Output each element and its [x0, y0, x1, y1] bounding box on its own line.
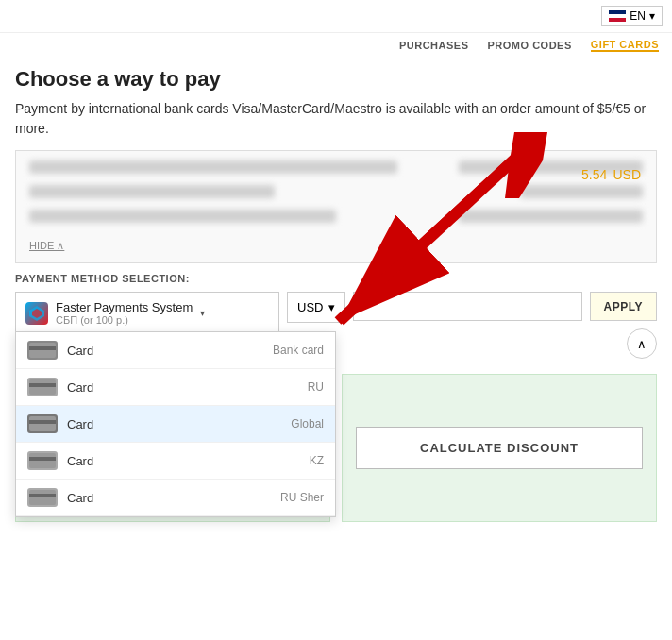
currency-label: USD: [613, 167, 641, 182]
fps-sub: СБП (or 100 р.): [56, 314, 193, 326]
currency-value: USD: [297, 300, 323, 314]
price-badge: 5.54 USD: [581, 160, 641, 185]
currency-dropdown-arrow: ▾: [328, 300, 335, 314]
price-value: 5.54: [581, 167, 607, 182]
collapse-button[interactable]: ∧: [627, 328, 657, 359]
blurred-field: [29, 160, 397, 174]
card-icon-rusher: [27, 488, 58, 507]
summary-line-1: [29, 160, 643, 179]
dropdown-item-rusher[interactable]: Card RU Sher: [16, 480, 335, 516]
payment-selector-container: Faster Payments System СБП (or 100 р.) ▾…: [15, 292, 279, 334]
card-icon-ru: [27, 378, 58, 396]
lang-dropdown-arrow: ▾: [649, 9, 655, 23]
dropdown-item-right-0: Bank card: [273, 344, 324, 357]
main-content: Choose a way to pay Payment by internati…: [0, 58, 672, 537]
summary-line-2: [29, 185, 643, 204]
blurred-field: [520, 185, 643, 198]
dropdown-item-global[interactable]: Card Global: [16, 406, 335, 443]
chevron-up-icon: ∧: [637, 337, 647, 351]
top-bar: EN ▾: [0, 0, 672, 33]
nav-gift-cards[interactable]: GIFT CARDS: [591, 39, 659, 52]
payment-method-label: PAYMENT METHOD SELECTION:: [15, 273, 657, 284]
order-summary: 5.54 USD HIDE ∧: [15, 150, 657, 263]
dropdown-item-ru[interactable]: Card RU: [16, 369, 335, 406]
payment-selector[interactable]: Faster Payments System СБП (or 100 р.) ▾: [15, 292, 279, 334]
nav-promo-codes[interactable]: PROMO CODES: [488, 40, 572, 51]
dropdown-item-label-1: Card: [67, 380, 298, 395]
payment-dropdown-menu: Card Bank card Card RU Card: [15, 331, 336, 517]
dropdown-item-right-2: Global: [291, 417, 324, 430]
currency-selector[interactable]: USD ▾: [287, 292, 345, 323]
nav-purchases[interactable]: PURCHASES: [399, 40, 469, 51]
calculate-discount-button[interactable]: CALCULATE DISCOUNT: [356, 427, 643, 469]
info-text: Payment by international bank cards Visa…: [15, 99, 657, 139]
nav-links: PURCHASES PROMO CODES GIFT CARDS: [0, 33, 672, 58]
fps-logo: [25, 302, 48, 325]
dropdown-item-label-3: Card: [67, 454, 300, 468]
page-title: Choose a way to pay: [15, 67, 657, 92]
payment-dropdown-arrow: ▾: [200, 308, 205, 318]
promo-input-row: APPLY: [353, 292, 657, 321]
dropdown-item-kz[interactable]: Card KZ: [16, 443, 335, 480]
card-icon-bank: [27, 341, 58, 360]
dropdown-item-right-4: RU Sher: [280, 491, 324, 504]
calculate-btn-container: CALCULATE DISCOUNT: [342, 374, 657, 522]
card-icon-global: [27, 414, 58, 433]
dropdown-item-label-4: Card: [67, 491, 271, 505]
language-button[interactable]: EN ▾: [601, 6, 663, 26]
blurred-field: [459, 210, 643, 223]
dropdown-item-right-1: RU: [308, 380, 324, 394]
payment-right: APPLY ∧: [353, 292, 657, 359]
dropdown-item-bank-card[interactable]: Card Bank card: [16, 332, 335, 369]
payment-row: Faster Payments System СБП (or 100 р.) ▾…: [15, 292, 657, 359]
dropdown-item-label-2: Card: [67, 417, 281, 431]
flag-icon: [609, 10, 626, 22]
dropdown-item-label-0: Card: [67, 344, 263, 358]
lang-label: EN: [630, 9, 646, 23]
card-icon-kz: [27, 451, 58, 470]
promo-input[interactable]: [353, 292, 581, 321]
hide-link[interactable]: HIDE ∧: [29, 240, 64, 251]
blurred-field: [29, 185, 275, 198]
blurred-field: [29, 210, 336, 223]
apply-button[interactable]: APPLY: [590, 292, 657, 321]
fps-name: Faster Payments System: [56, 300, 193, 314]
dropdown-item-right-3: KZ: [310, 454, 324, 467]
fps-text: Faster Payments System СБП (or 100 р.): [56, 300, 193, 326]
summary-line-3: [29, 210, 643, 228]
